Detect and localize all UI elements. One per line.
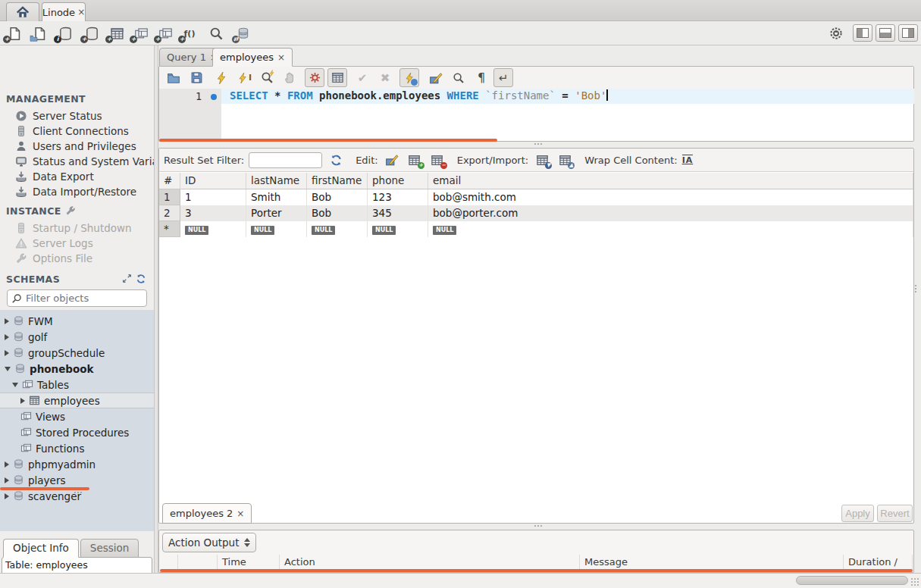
collapse-arrow-icon[interactable] xyxy=(12,383,18,387)
find-icon[interactable] xyxy=(449,68,468,87)
execute-icon[interactable] xyxy=(211,68,231,87)
expand-arrow-icon[interactable] xyxy=(5,493,9,499)
open-script-icon[interactable] xyxy=(164,68,183,87)
cell-firstname[interactable]: Bob xyxy=(307,189,368,205)
tree-item-schema-phonebook[interactable]: phonebook xyxy=(0,361,154,377)
cell-firstname[interactable]: Bob xyxy=(307,205,368,221)
sidebar-item-client-connections[interactable]: Client Connections xyxy=(15,124,129,139)
tree-item-functions[interactable]: Functions xyxy=(0,440,154,456)
null-cell[interactable]: NULL xyxy=(180,221,246,237)
tree-item-table-employees[interactable]: employees xyxy=(0,393,154,408)
schema-filter-input[interactable] xyxy=(26,292,132,304)
sidebar-horizontal-scrollbar[interactable] xyxy=(0,487,89,490)
tree-item-schema-scavenger[interactable]: scavenger xyxy=(0,488,154,504)
results-output-splitter-grip[interactable] xyxy=(527,525,550,527)
create-procedure-icon[interactable]: + xyxy=(155,24,175,42)
horizontal-scrollbar-thumb[interactable] xyxy=(796,576,908,585)
limit-rows-icon[interactable] xyxy=(327,68,347,87)
close-icon[interactable]: × xyxy=(277,52,285,63)
import-records-icon[interactable]: ▲ xyxy=(556,152,574,168)
row-number[interactable]: 1 xyxy=(159,189,180,205)
null-cell[interactable]: NULL xyxy=(246,221,307,237)
row-number[interactable]: 2 xyxy=(159,205,180,221)
tab-object-info[interactable]: Object Info xyxy=(3,539,79,558)
add-row-icon[interactable]: + xyxy=(406,152,424,168)
sidebar-item-server-logs[interactable]: Server Logs xyxy=(15,236,93,251)
sidebar-item-data-import[interactable]: Data Import/Restore xyxy=(15,184,136,199)
expand-arrow-icon[interactable] xyxy=(20,398,25,404)
revert-button[interactable]: Revert xyxy=(877,505,913,522)
save-script-icon[interactable] xyxy=(186,68,206,87)
explain-plan-icon[interactable] xyxy=(257,68,277,87)
word-wrap-icon[interactable]: ↵ xyxy=(493,68,513,87)
tree-item-views[interactable]: Views xyxy=(0,408,154,424)
toggle-stop-on-error-icon[interactable] xyxy=(305,68,324,87)
toggle-autocommit-icon[interactable] xyxy=(399,68,419,87)
apply-button[interactable]: Apply xyxy=(841,505,874,522)
cell-email[interactable]: bob@smith.com xyxy=(428,189,913,205)
right-splitter-grip[interactable] xyxy=(915,280,919,297)
activity-gear-icon[interactable] xyxy=(829,26,844,41)
connection-tab-linode[interactable]: Linode × xyxy=(42,2,86,21)
toggle-left-panel-button[interactable] xyxy=(853,24,872,42)
expand-arrow-icon[interactable] xyxy=(5,318,9,324)
col-header-message[interactable]: Message xyxy=(580,555,844,571)
sidebar-splitter-grip[interactable] xyxy=(67,492,89,493)
sidebar-item-data-export[interactable]: Data Export xyxy=(15,169,94,184)
col-header-time[interactable]: Time xyxy=(218,555,280,571)
col-header-id[interactable]: ID xyxy=(180,173,246,189)
tree-item-stored-procedures[interactable]: Stored Procedures xyxy=(0,424,154,440)
expand-arrow-icon[interactable] xyxy=(5,461,9,468)
col-header-firstname[interactable]: firstName xyxy=(307,173,368,189)
new-query-tab-icon[interactable]: + xyxy=(5,24,24,42)
create-view-icon[interactable]: + xyxy=(131,24,151,42)
stop-execution-icon[interactable] xyxy=(280,68,299,87)
sidebar-item-server-status[interactable]: Server Status xyxy=(15,108,102,124)
cell-lastname[interactable]: Smith xyxy=(246,189,307,205)
create-function-icon[interactable]: ƒ()+ xyxy=(180,24,199,42)
expand-schemas-icon[interactable] xyxy=(122,274,132,283)
tree-item-tables[interactable]: Tables xyxy=(0,377,154,393)
cell-phone[interactable]: 345 xyxy=(368,205,428,221)
toggle-right-panel-button[interactable] xyxy=(898,24,918,42)
sql-code[interactable]: SELECT * FROM phonebook.employees WHERE … xyxy=(230,89,608,102)
tab-employees-2[interactable]: employees 2 × xyxy=(162,503,252,524)
tab-employees[interactable]: employees × xyxy=(212,48,293,67)
col-header-duration[interactable]: Duration / Fetch xyxy=(844,555,913,571)
col-header-email[interactable]: email xyxy=(428,173,913,189)
sidebar-item-options-file[interactable]: Options File xyxy=(15,251,92,266)
tree-item-schema-fwm[interactable]: FWM xyxy=(0,313,154,329)
cell-id[interactable]: 1 xyxy=(180,189,246,205)
commit-icon[interactable]: ✔ xyxy=(352,68,372,87)
resize-grip[interactable] xyxy=(910,577,919,586)
home-tab[interactable] xyxy=(6,2,39,21)
rollback-icon[interactable]: ✖ xyxy=(375,68,395,87)
create-schema-icon[interactable]: + xyxy=(82,24,102,42)
export-recordset-icon[interactable]: ▼ xyxy=(533,152,551,168)
cell-id[interactable]: 3 xyxy=(180,205,246,221)
edit-pencil-icon[interactable] xyxy=(383,152,401,168)
editor-horizontal-scrollbar[interactable] xyxy=(159,139,497,142)
cell-lastname[interactable]: Porter xyxy=(246,205,307,221)
tree-item-schema-golf[interactable]: golf xyxy=(0,329,154,345)
result-set-filter-input[interactable] xyxy=(249,152,322,168)
wrap-content-icon[interactable]: IA xyxy=(682,155,694,165)
sidebar-item-users-privileges[interactable]: Users and Privileges xyxy=(15,139,136,154)
null-cell[interactable]: NULL xyxy=(368,221,428,237)
expand-arrow-icon[interactable] xyxy=(5,334,9,340)
collapse-arrow-icon[interactable] xyxy=(5,367,11,371)
editor-results-splitter-grip[interactable] xyxy=(527,143,550,145)
create-table-icon[interactable]: + xyxy=(107,24,127,42)
invisible-chars-icon[interactable]: ¶ xyxy=(471,68,491,87)
database-inspector-icon[interactable]: i xyxy=(55,24,75,42)
toggle-bottom-panel-button[interactable] xyxy=(876,24,895,42)
delete-row-icon[interactable]: − xyxy=(428,152,446,168)
col-header-phone[interactable]: phone xyxy=(368,173,428,189)
sidebar-item-startup-shutdown[interactable]: Startup / Shutdown xyxy=(15,220,132,236)
execute-current-icon[interactable]: I xyxy=(234,68,254,87)
col-header-lastname[interactable]: lastName xyxy=(246,173,307,189)
search-table-data-icon[interactable] xyxy=(206,24,226,42)
col-header-action[interactable]: Action xyxy=(280,555,580,571)
new-row-marker[interactable]: * xyxy=(159,221,180,237)
output-selector[interactable]: Action Output xyxy=(162,533,256,552)
